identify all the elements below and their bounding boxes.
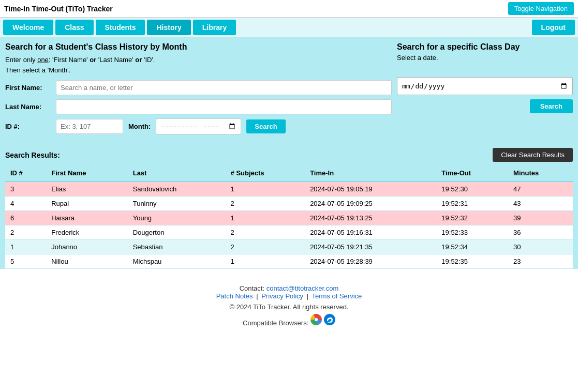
table-row: 5NillouMichspau12024-07-05 19:28:3919:52…	[5, 254, 573, 269]
instructions: Enter only one: 'First Name' or 'Last Na…	[5, 55, 392, 75]
edge-svg	[324, 314, 335, 325]
instructions-line2: Then select a 'Month'.	[5, 66, 70, 74]
col-id: ID #	[5, 165, 46, 182]
separator-1: |	[256, 292, 258, 300]
left-panel: Search for a Student's Class History by …	[5, 42, 392, 139]
instructions-line1: Enter only one: 'First Name' or 'Last Na…	[5, 56, 155, 64]
svg-point-3	[324, 314, 335, 325]
select-date-text: Select a date.	[397, 54, 573, 62]
id-controls: Month: Search	[56, 118, 286, 134]
table-cell: 39	[508, 211, 573, 225]
last-name-input[interactable]	[56, 99, 392, 114]
table-cell: 1	[5, 240, 46, 254]
table-cell: 1	[226, 182, 305, 197]
table-cell: 2024-07-05 19:16:31	[305, 225, 436, 240]
nav-students-button[interactable]: Students	[96, 20, 145, 35]
table-cell: Frederick	[46, 225, 128, 240]
table-cell: 1	[226, 254, 305, 269]
table-cell: Johanno	[46, 240, 128, 254]
table-cell: 19:52:31	[436, 197, 508, 211]
toggle-nav-button[interactable]: Toggle Navigation	[508, 2, 574, 15]
first-name-row: First Name:	[5, 80, 392, 95]
browser-compat: Compatible Browsers:	[5, 313, 573, 327]
logout-button[interactable]: Logout	[532, 20, 575, 35]
id-label: ID #:	[5, 123, 52, 130]
footer-contact: Contact: contact@titotracker.com	[5, 284, 573, 292]
results-header: Search Results: Clear Search Results	[5, 148, 573, 162]
table-cell: 2	[226, 197, 305, 211]
table-cell: Michspau	[128, 254, 226, 269]
right-panel: Search for a specific Class Day Select a…	[397, 42, 573, 139]
edge-icon	[324, 314, 335, 325]
table-cell: 2024-07-05 19:28:39	[305, 254, 436, 269]
table-header-row: ID # First Name Last # Subjects Time-In …	[5, 165, 573, 182]
col-first-name: First Name	[46, 165, 128, 182]
month-input[interactable]	[156, 118, 241, 134]
browser-icons	[310, 314, 335, 325]
month-label: Month:	[128, 123, 151, 130]
table-cell: 2024-07-05 19:09:25	[305, 197, 436, 211]
col-last: Last	[128, 165, 226, 182]
table-cell: Sebastian	[128, 240, 226, 254]
separator-2: |	[307, 292, 308, 300]
table-cell: 6	[5, 211, 46, 225]
chrome-svg	[310, 314, 322, 325]
table-cell: 2024-07-05 19:13:25	[305, 211, 436, 225]
table-row: 1JohannoSebastian22024-07-05 19:21:3519:…	[5, 240, 573, 254]
last-name-label: Last Name:	[5, 103, 52, 111]
table-row: 6HaisaraYoung12024-07-05 19:13:2519:52:3…	[5, 211, 573, 225]
id-input[interactable]	[56, 119, 123, 134]
table-cell: Haisara	[46, 211, 128, 225]
table-cell: 3	[5, 182, 46, 197]
chrome-icon	[310, 314, 322, 325]
nav-library-button[interactable]: Library	[193, 20, 236, 35]
footer: Contact: contact@titotracker.com Patch N…	[0, 269, 578, 335]
nav-history-button[interactable]: History	[147, 20, 190, 35]
table-cell: Rupal	[46, 197, 128, 211]
table-cell: 5	[5, 254, 46, 269]
clear-results-button[interactable]: Clear Search Results	[493, 148, 573, 162]
table-cell: 2	[226, 225, 305, 240]
terms-link[interactable]: Terms of Service	[312, 292, 362, 300]
table-row: 4RupalTuninny22024-07-05 19:09:2519:52:3…	[5, 197, 573, 211]
table-cell: 19:52:34	[436, 240, 508, 254]
table-cell: Nillou	[46, 254, 128, 269]
contact-label: Contact:	[240, 284, 264, 292]
table-cell: 19:52:33	[436, 225, 508, 240]
left-section-title: Search for a Student's Class History by …	[5, 42, 392, 52]
table-cell: 1	[226, 211, 305, 225]
table-cell: 2	[5, 225, 46, 240]
table-cell: Tuninny	[128, 197, 226, 211]
right-section-title: Search for a specific Class Day	[397, 42, 573, 52]
search-button-main[interactable]: Search	[246, 119, 285, 133]
id-row: ID #: Month: Search	[5, 118, 392, 134]
table-cell: 2024-07-05 19:05:19	[305, 182, 436, 197]
results-section: Search Results: Clear Search Results ID …	[0, 144, 578, 269]
nav-class-button[interactable]: Class	[55, 20, 93, 35]
contact-email-link[interactable]: contact@titotracker.com	[266, 284, 339, 292]
results-table: ID # First Name Last # Subjects Time-In …	[5, 165, 573, 269]
main-content: Search for a Student's Class History by …	[0, 37, 578, 144]
table-cell: 47	[508, 182, 573, 197]
search-button-right[interactable]: Search	[530, 99, 573, 113]
patch-notes-link[interactable]: Patch Notes	[216, 292, 253, 300]
footer-links: Patch Notes | Privacy Policy | Terms of …	[5, 292, 573, 300]
app-title: Time-In Time-Out (TiTo) Tracker	[4, 5, 113, 13]
col-minutes: Minutes	[508, 165, 573, 182]
results-title: Search Results:	[5, 151, 60, 159]
table-row: 3EliasSandovalovich12024-07-05 19:05:191…	[5, 182, 573, 197]
table-cell: 36	[508, 225, 573, 240]
first-name-input[interactable]	[56, 80, 392, 95]
table-cell: 30	[508, 240, 573, 254]
table-cell: 19:52:32	[436, 211, 508, 225]
table-cell: 2024-07-05 19:21:35	[305, 240, 436, 254]
date-input[interactable]	[397, 77, 573, 95]
first-name-label: First Name:	[5, 84, 52, 92]
table-cell: Young	[128, 211, 226, 225]
privacy-policy-link[interactable]: Privacy Policy	[261, 292, 303, 300]
col-subjects: # Subjects	[226, 165, 305, 182]
table-cell: 4	[5, 197, 46, 211]
svg-point-2	[315, 318, 318, 321]
nav-welcome-button[interactable]: Welcome	[3, 20, 53, 35]
col-time-out: Time-Out	[436, 165, 508, 182]
